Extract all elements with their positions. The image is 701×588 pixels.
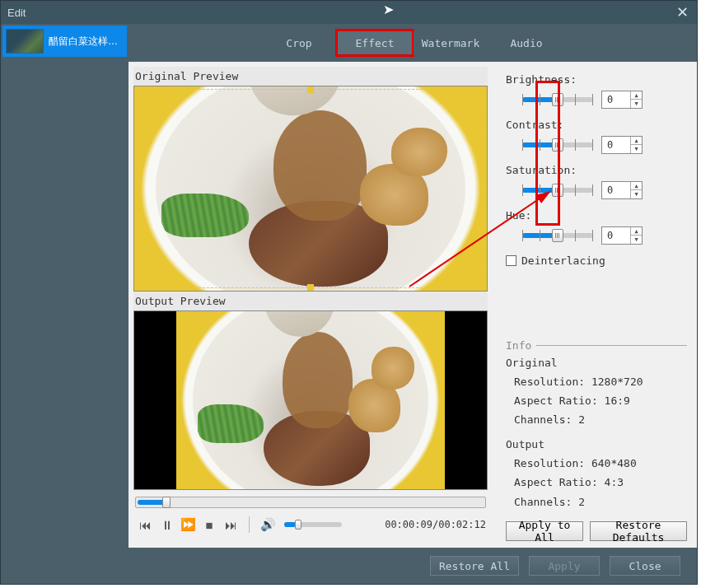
sidebar: 醋留白菜这样… <box>1 24 129 548</box>
info-original-heading: Original <box>506 357 687 369</box>
contrast-down[interactable]: ▼ <box>631 145 642 153</box>
contrast-up[interactable]: ▲ <box>631 137 642 145</box>
saturation-slider[interactable] <box>522 188 593 193</box>
apply-to-all-button[interactable]: Apply to All <box>506 521 583 541</box>
saturation-up[interactable]: ▲ <box>631 182 642 190</box>
apply-button[interactable]: Apply <box>529 556 600 576</box>
hue-label: Hue: <box>506 209 687 222</box>
hue-up[interactable]: ▲ <box>631 227 642 236</box>
hue-spinner[interactable]: 0 ▲▼ <box>601 226 643 245</box>
volume-slider[interactable] <box>284 522 342 527</box>
next-button[interactable]: ⏭ <box>221 515 241 534</box>
info-original-channels: Channels: 2 <box>506 410 687 429</box>
saturation-thumb[interactable] <box>552 184 563 197</box>
tab-effect[interactable]: Effect <box>338 31 412 54</box>
prev-button[interactable]: ⏮ <box>135 515 155 534</box>
info-output-resolution: Resolution: 640*480 <box>506 454 687 473</box>
saturation-spinner[interactable]: 0 ▲▼ <box>601 181 643 199</box>
contrast-spinner[interactable]: 0 ▲▼ <box>601 136 643 154</box>
brightness-down[interactable]: ▼ <box>631 100 642 108</box>
restore-defaults-button[interactable]: Restore Defaults <box>590 521 687 541</box>
hue-slider[interactable] <box>522 233 593 238</box>
contrast-thumb[interactable] <box>552 138 563 152</box>
info-output-channels: Channels: 2 <box>506 492 687 511</box>
titlebar: Edit ✕ <box>1 1 697 24</box>
tab-bar: Crop Effect Watermark Audio <box>129 24 697 62</box>
brightness-slider[interactable] <box>522 97 593 102</box>
sidebar-item-clip[interactable]: 醋留白菜这样… <box>2 26 127 57</box>
brightness-spinner[interactable]: 0 ▲▼ <box>601 91 643 109</box>
contrast-label: Contrast: <box>506 119 687 131</box>
volume-icon[interactable]: 🔊 <box>258 515 278 534</box>
info-output-heading: Output <box>506 438 687 450</box>
progress-bar[interactable] <box>135 497 486 508</box>
output-preview-label: Output Preview <box>133 292 488 310</box>
info-header: Info <box>506 339 687 352</box>
hue-down[interactable]: ▼ <box>631 236 642 244</box>
stop-button[interactable]: ■ <box>199 515 219 534</box>
pause-button[interactable]: ⏸ <box>157 515 176 534</box>
window-title: Edit <box>7 7 26 19</box>
saturation-label: Saturation: <box>506 164 687 176</box>
progress-thumb[interactable] <box>162 497 171 508</box>
hue-thumb[interactable] <box>552 229 563 242</box>
sidebar-item-label: 醋留白菜这样… <box>49 35 118 49</box>
deinterlacing-checkbox[interactable] <box>506 255 516 266</box>
contrast-slider[interactable] <box>522 142 593 147</box>
brightness-label: Brightness: <box>506 73 687 86</box>
tab-audio[interactable]: Audio <box>489 31 563 54</box>
info-original-resolution: Resolution: 1280*720 <box>506 372 687 391</box>
tab-watermark[interactable]: Watermark <box>414 31 488 54</box>
original-preview <box>133 86 488 292</box>
original-preview-label: Original Preview <box>133 67 488 86</box>
brightness-up[interactable]: ▲ <box>631 91 642 100</box>
output-preview <box>133 310 488 490</box>
clip-thumbnail <box>6 29 44 54</box>
deinterlacing-label: Deinterlacing <box>521 254 605 267</box>
brightness-thumb[interactable] <box>552 93 563 106</box>
saturation-down[interactable]: ▼ <box>631 190 642 198</box>
footer: Restore All Apply Close <box>1 548 697 584</box>
close-button[interactable]: Close <box>610 556 680 576</box>
volume-thumb[interactable] <box>295 520 301 530</box>
info-output-aspect: Aspect Ratio: 4:3 <box>506 473 687 492</box>
fast-forward-button[interactable]: ⏩ <box>178 515 198 534</box>
info-original-aspect: Aspect Ratio: 16:9 <box>506 391 687 410</box>
restore-all-button[interactable]: Restore All <box>430 556 519 576</box>
close-icon[interactable]: ✕ <box>674 3 690 21</box>
time-display: 00:00:09/00:02:12 <box>385 519 486 530</box>
tab-crop[interactable]: Crop <box>262 31 336 54</box>
